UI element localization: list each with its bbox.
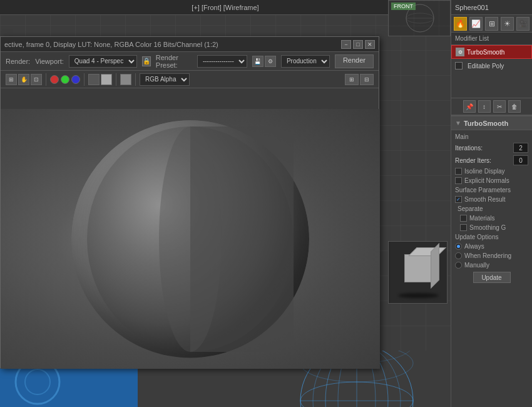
materials-checkbox[interactable] [460, 215, 467, 222]
ts-main-section: Main Iterations: 2 Render Iters: 0 Isoli… [451, 130, 532, 287]
scissors-icon-btn[interactable]: ✂ [493, 100, 506, 113]
smooth-result-label: Smooth Result [464, 196, 506, 203]
editable-poly-modifier-item[interactable]: Editable Poly [451, 59, 532, 73]
render-iters-value[interactable]: 0 [513, 155, 528, 165]
mono-btn-2[interactable] [101, 74, 112, 85]
viewport-label: [+] [Front] [Wireframe] [192, 4, 258, 11]
panel-icon-flame[interactable]: 🔥 [454, 17, 467, 31]
manually-radio[interactable] [455, 262, 462, 269]
channel-dropdown[interactable]: RGB Alpha [140, 73, 190, 86]
render-button[interactable]: Render [335, 54, 374, 68]
preview-cube [404, 254, 432, 282]
isoline-checkbox[interactable] [455, 168, 462, 175]
render-toolbar-1: Render: Viewport: Quad 4 - Perspec 🔒 Ren… [1, 52, 379, 71]
separate-label: Separate [455, 204, 528, 214]
viewport-label-2: Viewport: [35, 58, 64, 65]
view-icon-2[interactable]: ⊟ [360, 74, 374, 85]
editable-poly-checkbox[interactable] [455, 62, 463, 70]
mono-btn-1[interactable] [88, 74, 100, 85]
materials-label: Materials [469, 215, 495, 222]
separator-1 [46, 73, 46, 86]
modifier-list-header: Modifier List [451, 33, 532, 45]
iterations-label: Iterations: [455, 145, 483, 152]
editable-poly-label: Editable Poly [468, 63, 504, 70]
save-preset-icon[interactable]: 💾 [252, 56, 263, 67]
preset-label: Render Preset: [156, 54, 192, 69]
separator-2 [84, 73, 84, 86]
always-label: Always [464, 243, 484, 250]
pin-icon-btn[interactable]: 📌 [463, 100, 476, 113]
close-button[interactable]: ✕ [365, 40, 375, 49]
render-dialog-title: ective, frame 0, Display LUT: None, RGBA… [4, 41, 218, 48]
main-section-label: Main [455, 132, 528, 142]
maximize-button[interactable]: □ [353, 40, 363, 49]
move-icon-btn[interactable]: ↕ [478, 100, 491, 113]
preset-dropdown[interactable]: ------------------ [197, 55, 247, 68]
turbosmooth-modifier-item[interactable]: ⚙ TurboSmooth [451, 45, 532, 59]
panel-icon-curve[interactable]: 📈 [469, 17, 483, 31]
separator-4 [135, 73, 136, 86]
when-rendering-radio-row: When Rendering [455, 251, 528, 260]
always-radio-row: Always [455, 242, 528, 251]
isoline-label: Isoline Display [464, 168, 504, 175]
front-viewport: FRONT [388, 0, 451, 36]
turbosmooth-properties-panel: ▼ TurboSmooth Main Iterations: 2 Render … [451, 115, 532, 287]
color-swatch[interactable] [120, 74, 131, 85]
explicit-normals-checkbox[interactable] [455, 177, 462, 184]
panel-icon-mesh[interactable]: ⊞ [485, 17, 498, 31]
object-name: Sphere001 [455, 4, 489, 11]
blue-channel-btn[interactable] [71, 75, 80, 84]
smoothing-g-row: Smoothing G [455, 223, 528, 232]
render-iters-label: Render Iters: [455, 157, 491, 164]
minimize-button[interactable]: − [341, 40, 351, 49]
nav-icon-3[interactable]: ⊡ [31, 74, 42, 85]
when-rendering-label: When Rendering [464, 252, 511, 259]
red-channel-btn[interactable] [50, 75, 59, 84]
preview-shadow [398, 293, 439, 298]
viewport-dropdown[interactable]: Quad 4 - Perspec [69, 55, 137, 68]
nav-icon-2[interactable]: ✋ [18, 74, 29, 85]
panel-icon-light[interactable]: ☀ [501, 17, 514, 31]
iterations-row: Iterations: 2 [455, 142, 528, 154]
preset-icons: 💾 ⚙ [252, 56, 276, 67]
modifier-spacer [451, 73, 532, 98]
turbosmooth-icon: ⚙ [456, 48, 464, 56]
smoothing-g-label: Smoothing G [469, 224, 506, 231]
color-dots [50, 75, 80, 84]
nav-icon-1[interactable]: ⊞ [6, 74, 17, 85]
production-dropdown[interactable]: Production [281, 55, 330, 68]
rendered-sphere [71, 120, 309, 358]
view-icons: ⊞ ⊟ [345, 74, 374, 85]
smooth-result-row: Smooth Result [455, 195, 528, 204]
small-preview-viewport [388, 241, 448, 304]
view-icon-1[interactable]: ⊞ [345, 74, 359, 85]
viewport-top-bar: [+] [Front] [Wireframe] [0, 0, 451, 15]
panel-icon-cam[interactable]: 🎥 [516, 17, 529, 31]
trash-icon-btn[interactable]: 🗑 [508, 100, 521, 113]
svg-point-4 [25, 369, 50, 394]
separator-3 [116, 73, 116, 86]
settings-icon[interactable]: ⚙ [265, 56, 276, 67]
render-toolbar-2: ⊞ ✋ ⊡ RGB Alpha ⊞ ⊟ [1, 71, 379, 88]
render-dialog-titlebar: ective, frame 0, Display LUT: None, RGBA… [1, 37, 379, 52]
render-canvas [1, 109, 380, 369]
smoothing-g-checkbox[interactable] [460, 224, 467, 231]
panel-divider-icons: 📌 ↕ ✂ 🗑 [451, 98, 532, 115]
materials-row: Materials [455, 214, 528, 223]
always-radio[interactable] [455, 243, 462, 250]
turbosmooth-label: TurboSmooth [467, 49, 504, 56]
iterations-value[interactable]: 2 [513, 143, 528, 153]
render-iters-row: Render Iters: 0 [455, 154, 528, 167]
green-channel-btn[interactable] [61, 75, 69, 84]
front-sphere-svg [389, 1, 451, 35]
object-name-header: Sphere001 [451, 0, 532, 15]
collapse-arrow[interactable]: ▼ [455, 120, 461, 126]
ts-panel-header: ▼ TurboSmooth [451, 116, 532, 130]
ts-panel-title: TurboSmooth [464, 120, 508, 127]
smooth-result-checkbox[interactable] [455, 196, 462, 203]
panel-top-icons: 🔥 📈 ⊞ ☀ 🎥 [451, 15, 532, 33]
when-rendering-radio[interactable] [455, 252, 462, 259]
isoline-row: Isoline Display [455, 167, 528, 176]
update-button[interactable]: Update [473, 272, 511, 283]
lock-icon: 🔒 [142, 56, 151, 66]
